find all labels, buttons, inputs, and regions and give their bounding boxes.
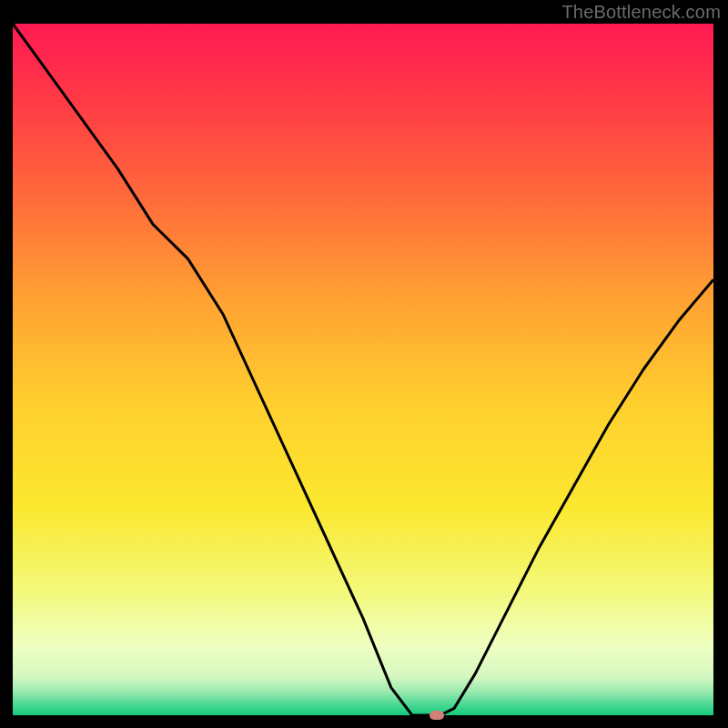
watermark-text: TheBottleneck.com bbox=[561, 2, 721, 23]
optimal-point-marker bbox=[430, 711, 444, 720]
chart-container: TheBottleneck.com bbox=[0, 0, 728, 728]
gradient-background bbox=[13, 24, 713, 715]
bottleneck-chart bbox=[0, 0, 728, 728]
